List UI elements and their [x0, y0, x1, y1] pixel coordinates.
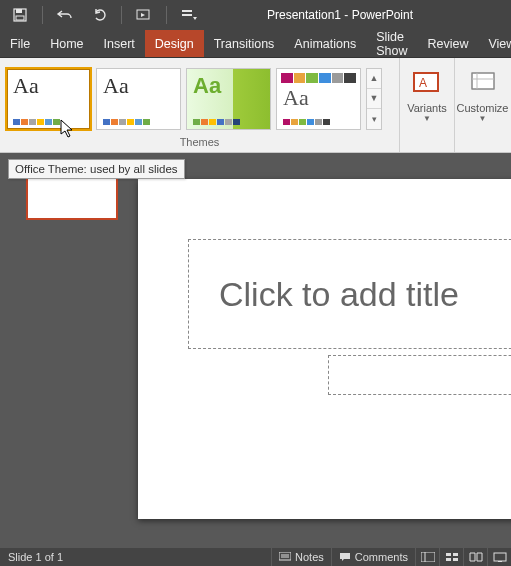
- variants-icon: A: [409, 66, 445, 100]
- notes-button[interactable]: Notes: [271, 548, 331, 566]
- svg-rect-20: [453, 558, 458, 561]
- theme-office-swatches: [13, 119, 60, 125]
- slide-canvas-area[interactable]: Click to add title Click to add subtitle: [128, 153, 511, 548]
- customize-icon: [465, 66, 501, 100]
- slide-sorter-view-button[interactable]: [439, 548, 463, 566]
- ribbon: Aa Aa Aa Aa: [0, 58, 511, 153]
- svg-rect-2: [16, 16, 24, 20]
- svg-text:A: A: [419, 76, 427, 90]
- normal-view-button[interactable]: [415, 548, 439, 566]
- comments-button[interactable]: Comments: [331, 548, 415, 566]
- variants-group[interactable]: A Variants ▼: [400, 58, 455, 152]
- comments-icon: [339, 552, 351, 562]
- reading-view-icon: [469, 552, 483, 562]
- gallery-row-up-icon[interactable]: ▲: [367, 69, 381, 89]
- redo-button[interactable]: [85, 1, 113, 29]
- qat-customize-button[interactable]: [175, 1, 203, 29]
- gallery-row-down-icon[interactable]: ▼: [367, 89, 381, 109]
- title-placeholder[interactable]: Click to add title: [188, 239, 511, 349]
- svg-rect-21: [494, 553, 506, 561]
- svg-rect-22: [498, 561, 502, 562]
- chevron-down-icon: ▼: [479, 114, 487, 123]
- svg-rect-15: [421, 552, 435, 562]
- themes-group-label: Themes: [0, 134, 399, 152]
- slideshow-view-button[interactable]: [487, 548, 511, 566]
- undo-button[interactable]: [51, 1, 79, 29]
- svg-rect-17: [446, 553, 451, 556]
- normal-view-icon: [421, 552, 435, 562]
- gallery-expand-icon[interactable]: ▾: [367, 109, 381, 128]
- customize-group[interactable]: Customize ▼: [455, 58, 510, 152]
- quick-access-toolbar: [0, 1, 209, 29]
- tab-home[interactable]: Home: [40, 30, 93, 57]
- svg-rect-1: [16, 9, 22, 13]
- start-from-beginning-button[interactable]: [130, 1, 158, 29]
- slide-counter[interactable]: Slide 1 of 1: [0, 551, 71, 563]
- svg-rect-5: [182, 14, 192, 16]
- svg-rect-19: [446, 558, 451, 561]
- slide-thumbnail-pane[interactable]: 1: [0, 153, 128, 548]
- notes-icon: [279, 552, 291, 562]
- window-title: Presentation1 - PowerPoint: [209, 8, 511, 22]
- svg-rect-8: [472, 73, 494, 89]
- ribbon-tabs: File Home Insert Design Transitions Anim…: [0, 30, 511, 58]
- slideshow-view-icon: [493, 552, 507, 562]
- chevron-down-icon: ▼: [423, 114, 431, 123]
- tab-view[interactable]: View: [478, 30, 511, 57]
- theme-ion[interactable]: Aa: [276, 68, 361, 130]
- tab-review[interactable]: Review: [417, 30, 478, 57]
- tab-slideshow[interactable]: Slide Show: [366, 30, 417, 57]
- tooltip: Office Theme: used by all slides: [8, 159, 185, 179]
- tab-transitions[interactable]: Transitions: [204, 30, 285, 57]
- theme-facet[interactable]: Aa: [186, 68, 271, 130]
- sorter-view-icon: [445, 552, 459, 562]
- svg-rect-18: [453, 553, 458, 556]
- theme-office[interactable]: Aa: [6, 68, 91, 130]
- tab-insert[interactable]: Insert: [94, 30, 145, 57]
- slide[interactable]: Click to add title Click to add subtitle: [138, 179, 511, 519]
- reading-view-button[interactable]: [463, 548, 487, 566]
- subtitle-placeholder[interactable]: Click to add subtitle: [328, 355, 511, 395]
- save-button[interactable]: [6, 1, 34, 29]
- svg-rect-4: [182, 10, 192, 12]
- workspace: 1 Click to add title Click to add subtit…: [0, 153, 511, 548]
- themes-group: Aa Aa Aa Aa: [0, 58, 400, 152]
- theme-office-2[interactable]: Aa: [96, 68, 181, 130]
- svg-rect-12: [279, 552, 291, 560]
- tab-file[interactable]: File: [0, 30, 40, 57]
- tab-design[interactable]: Design: [145, 30, 204, 57]
- title-bar: Presentation1 - PowerPoint: [0, 0, 511, 30]
- status-bar: Slide 1 of 1 Notes Comments: [0, 548, 511, 566]
- themes-gallery-more[interactable]: ▲ ▼ ▾: [366, 68, 382, 130]
- tab-animations[interactable]: Animations: [284, 30, 366, 57]
